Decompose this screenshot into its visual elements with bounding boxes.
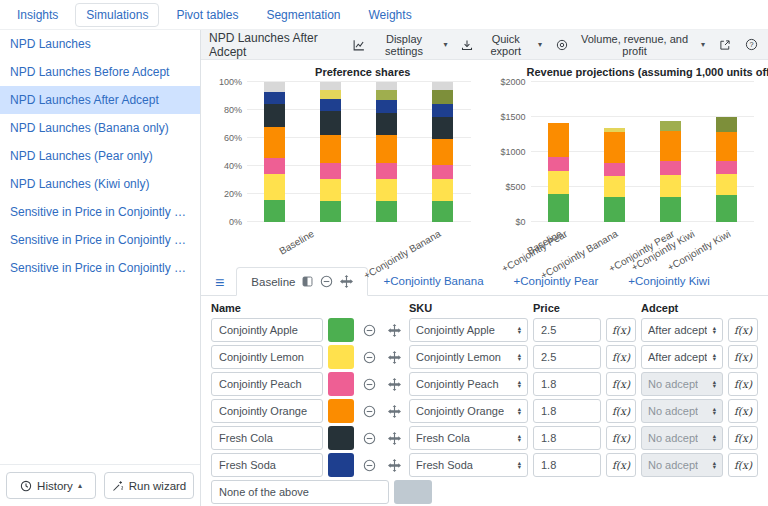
- sidebar-item-sensitive-in-price-in-conjointly-banana[interactable]: Sensitive in Price in Conjointly Banana: [0, 198, 200, 226]
- remove-icon[interactable]: [359, 345, 379, 369]
- color-swatch[interactable]: [328, 345, 354, 369]
- scenario-tab-label: +Conjointly Kiwi: [628, 275, 710, 287]
- price-input[interactable]: [533, 345, 601, 369]
- sku-select[interactable]: Fresh Cola▴▾: [409, 426, 528, 450]
- color-swatch[interactable]: [394, 480, 432, 504]
- sidebar-item-npd-launches-before-adcept[interactable]: NPD Launches Before Adcept: [0, 58, 200, 86]
- download-icon: [461, 39, 473, 51]
- adcept-formula-button[interactable]: f(x): [728, 426, 758, 450]
- price-formula-button[interactable]: f(x): [606, 399, 636, 423]
- sidebar-item-sensitive-in-price-in-conjointly-kiwi[interactable]: Sensitive in Price in Conjointly Kiwi: [0, 254, 200, 282]
- price-input[interactable]: [533, 426, 601, 450]
- name-input[interactable]: [211, 399, 323, 423]
- sku-select[interactable]: Conjointly Lemon▴▾: [409, 345, 528, 369]
- name-input[interactable]: [211, 318, 323, 342]
- sidebar-item-npd-launches[interactable]: NPD Launches: [0, 30, 200, 58]
- tab-pivot-tables[interactable]: Pivot tables: [165, 3, 249, 27]
- name-input[interactable]: [211, 372, 323, 396]
- remove-icon[interactable]: [359, 453, 379, 477]
- color-swatch[interactable]: [328, 372, 354, 396]
- export-report-button[interactable]: [717, 37, 733, 53]
- y-tick-label: 0%: [229, 217, 242, 227]
- remove-icon[interactable]: [320, 275, 333, 288]
- price-formula-button[interactable]: f(x): [606, 318, 636, 342]
- caret-down-icon: ▾: [701, 40, 705, 49]
- column-header-adcept: Adcept: [641, 302, 723, 314]
- remove-icon[interactable]: [359, 372, 379, 396]
- run-wizard-button[interactable]: Run wizard: [104, 472, 194, 499]
- adcept-formula-button[interactable]: f(x): [728, 399, 758, 423]
- price-input[interactable]: [533, 318, 601, 342]
- price-formula-button[interactable]: f(x): [606, 426, 636, 450]
- updown-icon: ▴▾: [518, 380, 521, 389]
- move-icon[interactable]: [384, 399, 404, 423]
- adcept-formula-button[interactable]: f(x): [728, 453, 758, 477]
- sku-select[interactable]: Conjointly Peach▴▾: [409, 372, 528, 396]
- tab-insights[interactable]: Insights: [6, 3, 69, 27]
- remove-icon[interactable]: [359, 318, 379, 342]
- metric-selector-button[interactable]: Volume, revenue, and profit ▾: [554, 31, 707, 59]
- adcept-formula-button[interactable]: f(x): [728, 318, 758, 342]
- price-input[interactable]: [533, 399, 601, 423]
- swatch-icon[interactable]: [302, 276, 313, 287]
- price-formula-button[interactable]: f(x): [606, 453, 636, 477]
- move-icon[interactable]: [384, 426, 404, 450]
- display-settings-button[interactable]: Display settings ▾: [351, 31, 450, 59]
- adcept-select[interactable]: After adcept▴▾: [641, 345, 723, 369]
- x-axis-label: Baseline: [525, 228, 564, 257]
- name-input[interactable]: [211, 453, 323, 477]
- segment-none-of-the-above: [264, 82, 285, 92]
- adcept-select-value: No adcept: [648, 459, 698, 471]
- sidebar-item-npd-launches-after-adcept[interactable]: NPD Launches After Adcept: [0, 86, 200, 114]
- name-input[interactable]: [211, 345, 323, 369]
- tab-segmentation[interactable]: Segmentation: [255, 3, 351, 27]
- adcept-select[interactable]: After adcept▴▾: [641, 318, 723, 342]
- chart-title: Preference shares: [243, 66, 483, 78]
- price-formula-button[interactable]: f(x): [606, 372, 636, 396]
- history-button[interactable]: History ▴: [6, 472, 96, 499]
- move-icon[interactable]: [384, 372, 404, 396]
- updown-icon: ▴▾: [518, 407, 521, 416]
- sku-select[interactable]: Conjointly Orange▴▾: [409, 399, 528, 423]
- move-icon[interactable]: [384, 453, 404, 477]
- none-of-the-above-input[interactable]: [211, 480, 389, 504]
- sku-select[interactable]: Conjointly Apple▴▾: [409, 318, 528, 342]
- updown-icon: ▴▾: [713, 353, 716, 362]
- sidebar-item-npd-launches-kiwi-only[interactable]: NPD Launches (Kiwi only): [0, 170, 200, 198]
- color-swatch[interactable]: [328, 399, 354, 423]
- chart-icon: [353, 39, 365, 51]
- adcept-select: No adcept▴▾: [641, 399, 723, 423]
- remove-icon[interactable]: [359, 399, 379, 423]
- sidebar-item-sensitive-in-price-in-conjointly-pear[interactable]: Sensitive in Price in Conjointly Pear: [0, 226, 200, 254]
- move-icon[interactable]: [340, 275, 353, 288]
- color-swatch[interactable]: [328, 453, 354, 477]
- panel-actions: Display settings ▾ Quick export ▾ Volume…: [351, 31, 760, 59]
- y-tick-label: 20%: [224, 189, 242, 199]
- color-swatch[interactable]: [328, 426, 354, 450]
- segment-conjointly-orange: [604, 132, 625, 162]
- remove-icon[interactable]: [359, 426, 379, 450]
- adcept-select-value: No adcept: [648, 405, 698, 417]
- adcept-formula-button[interactable]: f(x): [728, 372, 758, 396]
- name-input[interactable]: [211, 426, 323, 450]
- segment-conjointly-pear: [376, 90, 397, 100]
- segment-conjointly-pear: [660, 121, 681, 132]
- sku-select[interactable]: Fresh Soda▴▾: [409, 453, 528, 477]
- price-formula-button[interactable]: f(x): [606, 345, 636, 369]
- quick-export-button[interactable]: Quick export ▾: [459, 31, 544, 59]
- sidebar-item-npd-launches-banana-only[interactable]: NPD Launches (Banana only): [0, 114, 200, 142]
- adcept-formula-button[interactable]: f(x): [728, 345, 758, 369]
- y-tick-label: $0: [515, 217, 525, 227]
- move-icon[interactable]: [384, 345, 404, 369]
- segment-fresh-cola: [264, 104, 285, 126]
- column-header-sku: SKU: [409, 302, 528, 314]
- tab-simulations[interactable]: Simulations: [75, 3, 159, 27]
- price-input[interactable]: [533, 372, 601, 396]
- move-icon[interactable]: [384, 318, 404, 342]
- price-input[interactable]: [533, 453, 601, 477]
- sidebar-item-npd-launches-pear-only[interactable]: NPD Launches (Pear only): [0, 142, 200, 170]
- menu-icon[interactable]: ≡: [207, 273, 236, 295]
- color-swatch[interactable]: [328, 318, 354, 342]
- help-button[interactable]: ?: [743, 36, 760, 53]
- tab-weights[interactable]: Weights: [358, 3, 423, 27]
